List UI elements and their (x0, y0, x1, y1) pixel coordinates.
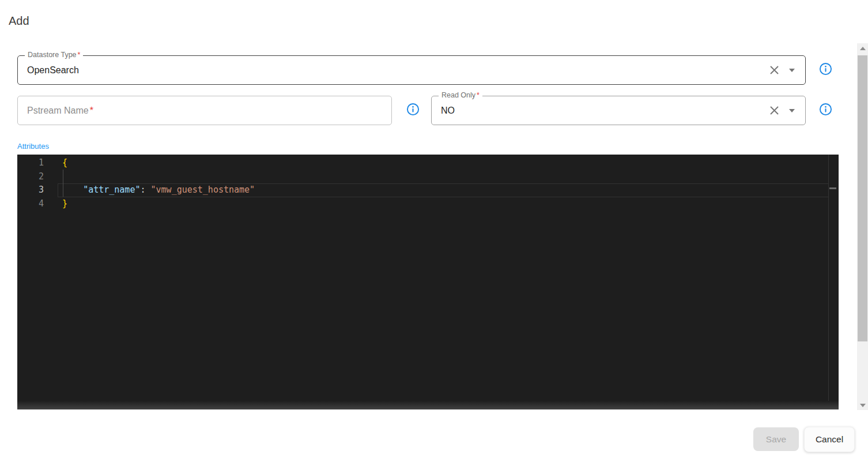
editor-line-number: 1 (17, 156, 44, 170)
editor-line[interactable]: 2 (17, 170, 839, 184)
read-only-select[interactable]: Read Only* NO (431, 96, 806, 125)
page-scrollbar[interactable] (857, 43, 868, 410)
scroll-down-arrow-icon[interactable] (857, 400, 868, 410)
overview-ruler-divider (828, 155, 829, 409)
read-only-adornments (769, 105, 805, 116)
datastore-type-value: OpenSearch (18, 65, 769, 76)
scroll-up-arrow-icon[interactable] (857, 43, 868, 53)
attributes-code-editor[interactable]: 1{23 "attr_name": "vmw_guest_hostname"4} (17, 155, 839, 409)
pstream-name-info-icon[interactable] (406, 103, 420, 116)
editor-line-content: } (62, 197, 67, 211)
add-dialog: Add Datastore Type* OpenSearch Pstream N… (0, 0, 868, 466)
editor-line[interactable]: 3 "attr_name": "vmw_guest_hostname" (17, 183, 839, 197)
editor-line[interactable]: 1{ (17, 156, 839, 170)
datastore-type-info-icon[interactable] (819, 62, 832, 76)
pstream-name-placeholder: Pstream Name* (18, 106, 391, 116)
required-asterisk: * (90, 106, 93, 115)
pstream-name-input[interactable]: Pstream Name* (17, 96, 392, 125)
editor-line-content: { (62, 156, 67, 170)
code-editor-lines: 1{23 "attr_name": "vmw_guest_hostname"4} (17, 156, 839, 211)
clear-x-icon[interactable] (769, 65, 780, 76)
editor-line-content: "attr_name": "vmw_guest_hostname" (62, 183, 255, 197)
editor-line[interactable]: 4} (17, 197, 839, 211)
caret-down-icon[interactable] (789, 109, 795, 112)
read-only-label: Read Only* (439, 91, 482, 100)
datastore-type-adornments (769, 65, 805, 76)
save-button[interactable]: Save (753, 427, 799, 451)
indent-guide (63, 170, 63, 197)
caret-down-icon[interactable] (789, 69, 795, 72)
read-only-value: NO (432, 106, 769, 116)
datastore-type-label: Datastore Type* (25, 51, 83, 59)
read-only-info-icon[interactable] (819, 103, 832, 116)
attributes-link[interactable]: Attributes (17, 142, 49, 151)
clear-x-icon[interactable] (769, 105, 780, 116)
overview-ruler-cursor-mark (829, 187, 836, 189)
editor-line-number: 3 (17, 183, 44, 197)
editor-bottom-fade (17, 401, 839, 409)
scrollbar-thumb[interactable] (858, 55, 867, 341)
cancel-button[interactable]: Cancel (804, 427, 855, 452)
editor-line-number: 2 (17, 170, 44, 184)
editor-line-number: 4 (17, 197, 44, 211)
page-title: Add (9, 14, 29, 28)
required-asterisk: * (477, 91, 480, 99)
required-asterisk: * (78, 51, 81, 59)
datastore-type-select[interactable]: Datastore Type* OpenSearch (17, 55, 806, 85)
